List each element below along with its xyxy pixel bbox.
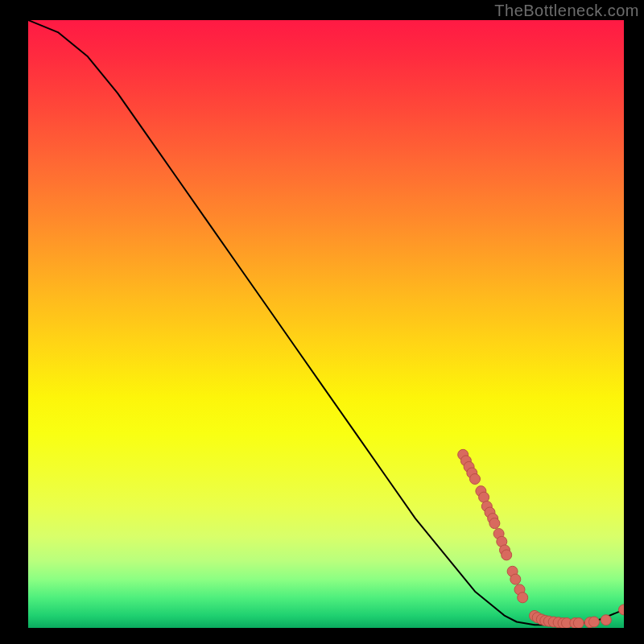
highlight-points-group	[458, 449, 624, 628]
chart-overlay	[28, 20, 624, 628]
highlight-point	[619, 605, 625, 615]
bottleneck-curve	[28, 20, 624, 625]
highlight-point	[470, 474, 481, 485]
plot-area	[28, 20, 624, 628]
chart-frame: TheBottleneck.com	[0, 0, 644, 644]
highlight-point	[502, 550, 512, 560]
highlight-point	[510, 574, 521, 584]
watermark-label: TheBottleneck.com	[494, 2, 639, 20]
highlight-point	[573, 618, 584, 629]
highlight-point	[518, 592, 528, 603]
highlight-point	[589, 617, 600, 627]
highlight-point	[601, 615, 611, 625]
highlight-point	[489, 518, 500, 529]
